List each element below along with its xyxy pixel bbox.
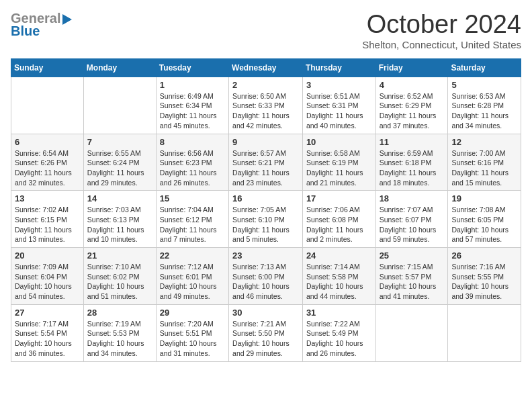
column-header-wednesday: Wednesday [229,58,303,77]
calendar-cell: 1Sunrise: 6:49 AMSunset: 6:34 PMDaylight… [156,77,228,134]
day-info: Sunrise: 6:59 AMSunset: 6:18 PMDaylight:… [380,148,445,188]
column-header-tuesday: Tuesday [156,58,228,77]
calendar-cell [448,304,521,361]
calendar-cell: 29Sunrise: 7:20 AMSunset: 5:51 PMDayligh… [156,304,228,361]
day-number: 1 [160,80,225,90]
column-header-friday: Friday [375,58,448,77]
day-number: 7 [87,137,152,147]
calendar-cell: 30Sunrise: 7:21 AMSunset: 5:50 PMDayligh… [229,304,303,361]
day-info: Sunrise: 6:49 AMSunset: 6:34 PMDaylight:… [160,91,225,131]
day-info: Sunrise: 6:50 AMSunset: 6:33 PMDaylight:… [232,91,299,131]
day-number: 12 [451,137,517,147]
day-info: Sunrise: 7:09 AMSunset: 6:04 PMDaylight:… [15,262,80,302]
day-number: 11 [380,137,445,147]
calendar-cell: 10Sunrise: 6:58 AMSunset: 6:19 PMDayligh… [302,134,375,191]
calendar-cell: 24Sunrise: 7:14 AMSunset: 5:58 PMDayligh… [302,248,375,305]
calendar-cell: 16Sunrise: 7:05 AMSunset: 6:10 PMDayligh… [229,191,303,248]
day-number: 8 [160,137,225,147]
calendar-cell: 9Sunrise: 6:57 AMSunset: 6:21 PMDaylight… [229,134,303,191]
day-number: 26 [451,250,517,261]
day-info: Sunrise: 7:20 AMSunset: 5:51 PMDaylight:… [160,319,225,359]
day-number: 10 [306,137,372,147]
day-info: Sunrise: 7:00 AMSunset: 6:16 PMDaylight:… [451,148,517,188]
day-number: 30 [232,308,299,318]
day-number: 25 [380,250,445,261]
calendar-cell: 26Sunrise: 7:16 AMSunset: 5:55 PMDayligh… [448,248,521,305]
month-title: October 2024 [362,11,521,39]
day-info: Sunrise: 7:03 AMSunset: 6:13 PMDaylight:… [87,205,152,244]
page-header: General Blue October 2024 Shelton, Conne… [11,11,521,50]
day-info: Sunrise: 7:16 AMSunset: 5:55 PMDaylight:… [451,262,517,302]
week-row-2: 6Sunrise: 6:54 AMSunset: 6:26 PMDaylight… [11,134,521,191]
calendar-cell: 14Sunrise: 7:03 AMSunset: 6:13 PMDayligh… [83,191,156,248]
day-info: Sunrise: 7:07 AMSunset: 6:07 PMDaylight:… [380,205,445,244]
day-number: 13 [15,193,80,203]
calendar-cell: 4Sunrise: 6:52 AMSunset: 6:29 PMDaylight… [375,77,448,134]
calendar-cell: 6Sunrise: 6:54 AMSunset: 6:26 PMDaylight… [11,134,84,191]
day-number: 31 [306,308,372,318]
calendar-cell: 11Sunrise: 6:59 AMSunset: 6:18 PMDayligh… [375,134,448,191]
day-info: Sunrise: 6:51 AMSunset: 6:31 PMDaylight:… [306,91,372,131]
day-info: Sunrise: 7:21 AMSunset: 5:50 PMDaylight:… [232,319,299,359]
column-header-thursday: Thursday [302,58,375,77]
day-info: Sunrise: 7:22 AMSunset: 5:49 PMDaylight:… [306,319,372,359]
day-info: Sunrise: 7:05 AMSunset: 6:10 PMDaylight:… [232,205,299,244]
day-info: Sunrise: 7:19 AMSunset: 5:53 PMDaylight:… [87,319,152,359]
logo: General Blue [11,11,72,39]
day-info: Sunrise: 7:15 AMSunset: 5:57 PMDaylight:… [380,262,445,302]
day-number: 18 [380,193,445,203]
day-number: 22 [160,250,225,261]
day-number: 28 [87,308,152,318]
day-info: Sunrise: 6:54 AMSunset: 6:26 PMDaylight:… [15,148,80,188]
calendar-cell [83,77,156,134]
day-info: Sunrise: 7:14 AMSunset: 5:58 PMDaylight:… [306,262,372,302]
calendar-cell: 18Sunrise: 7:07 AMSunset: 6:07 PMDayligh… [375,191,448,248]
calendar-cell: 2Sunrise: 6:50 AMSunset: 6:33 PMDaylight… [229,77,303,134]
calendar-cell [11,77,84,134]
day-info: Sunrise: 6:53 AMSunset: 6:28 PMDaylight:… [451,91,517,131]
week-row-3: 13Sunrise: 7:02 AMSunset: 6:15 PMDayligh… [11,191,521,248]
calendar-cell: 3Sunrise: 6:51 AMSunset: 6:31 PMDaylight… [302,77,375,134]
day-number: 20 [15,250,80,261]
week-row-1: 1Sunrise: 6:49 AMSunset: 6:34 PMDaylight… [11,77,521,134]
day-info: Sunrise: 7:12 AMSunset: 6:01 PMDaylight:… [160,262,225,302]
calendar-cell: 31Sunrise: 7:22 AMSunset: 5:49 PMDayligh… [302,304,375,361]
column-header-monday: Monday [83,58,156,77]
calendar-cell: 12Sunrise: 7:00 AMSunset: 6:16 PMDayligh… [448,134,521,191]
title-block: October 2024 Shelton, Connecticut, Unite… [362,11,521,50]
calendar-cell [375,304,448,361]
day-info: Sunrise: 7:08 AMSunset: 6:05 PMDaylight:… [451,205,517,244]
day-info: Sunrise: 7:02 AMSunset: 6:15 PMDaylight:… [15,205,80,244]
day-number: 29 [160,308,225,318]
day-number: 27 [15,308,80,318]
week-row-4: 20Sunrise: 7:09 AMSunset: 6:04 PMDayligh… [11,248,521,305]
location: Shelton, Connecticut, United States [362,39,521,50]
day-number: 15 [160,193,225,203]
day-number: 17 [306,193,372,203]
day-number: 14 [87,193,152,203]
day-number: 4 [380,80,445,90]
calendar-cell: 17Sunrise: 7:06 AMSunset: 6:08 PMDayligh… [302,191,375,248]
day-info: Sunrise: 7:06 AMSunset: 6:08 PMDaylight:… [306,205,372,244]
calendar-cell: 20Sunrise: 7:09 AMSunset: 6:04 PMDayligh… [11,248,84,305]
day-number: 3 [306,80,372,90]
calendar-cell: 7Sunrise: 6:55 AMSunset: 6:24 PMDaylight… [83,134,156,191]
week-row-5: 27Sunrise: 7:17 AMSunset: 5:54 PMDayligh… [11,304,521,361]
day-info: Sunrise: 6:57 AMSunset: 6:21 PMDaylight:… [232,148,299,188]
day-number: 6 [15,137,80,147]
calendar-cell: 22Sunrise: 7:12 AMSunset: 6:01 PMDayligh… [156,248,228,305]
logo-blue-text: Blue [11,24,72,39]
calendar-cell: 21Sunrise: 7:10 AMSunset: 6:02 PMDayligh… [83,248,156,305]
calendar-header-row: SundayMondayTuesdayWednesdayThursdayFrid… [11,58,521,77]
calendar-cell: 27Sunrise: 7:17 AMSunset: 5:54 PMDayligh… [11,304,84,361]
day-info: Sunrise: 7:13 AMSunset: 6:00 PMDaylight:… [232,262,299,302]
day-number: 9 [232,137,299,147]
calendar-cell: 23Sunrise: 7:13 AMSunset: 6:00 PMDayligh… [229,248,303,305]
day-info: Sunrise: 7:17 AMSunset: 5:54 PMDaylight:… [15,319,80,359]
day-number: 16 [232,193,299,203]
day-number: 5 [451,80,517,90]
day-info: Sunrise: 7:04 AMSunset: 6:12 PMDaylight:… [160,205,225,244]
calendar-table: SundayMondayTuesdayWednesdayThursdayFrid… [11,58,521,362]
day-number: 21 [87,250,152,261]
calendar-cell: 8Sunrise: 6:56 AMSunset: 6:23 PMDaylight… [156,134,228,191]
